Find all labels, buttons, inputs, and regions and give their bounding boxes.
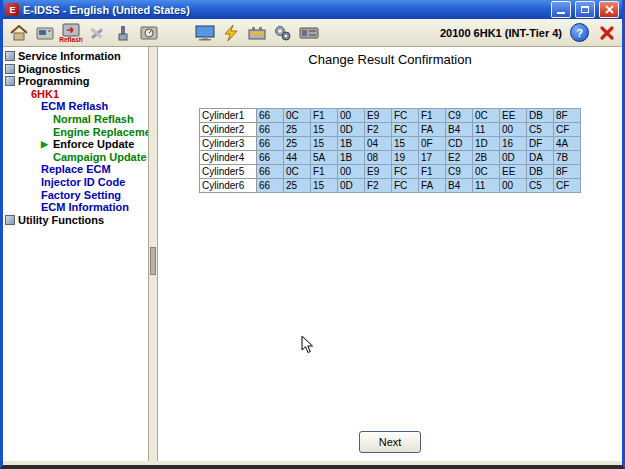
hex-value-cell: 66 bbox=[257, 151, 284, 165]
hex-value-cell: 44 bbox=[284, 151, 311, 165]
sidebar-item-label: Utility Functions bbox=[18, 214, 104, 227]
sidebar-item-label: Programming bbox=[18, 75, 90, 88]
hex-value-cell: 00 bbox=[500, 179, 527, 193]
hex-value-cell: 8F bbox=[554, 109, 581, 123]
home-icon[interactable] bbox=[8, 21, 30, 45]
sidebar-item-replace-ecm[interactable]: Replace ECM bbox=[3, 163, 148, 176]
hex-value-cell: 00 bbox=[500, 123, 527, 137]
hex-value-cell: 11 bbox=[473, 123, 500, 137]
app-window: E E-IDSS - English (United States) Refla… bbox=[0, 0, 625, 469]
hex-value-cell: 0C bbox=[284, 109, 311, 123]
hex-value-cell: C9 bbox=[446, 109, 473, 123]
close-button[interactable] bbox=[599, 1, 619, 18]
table-row: Cylinder1660CF100E9FCF1C90CEEDB8F bbox=[200, 109, 581, 123]
cylinder-label: Cylinder4 bbox=[200, 151, 257, 165]
reflash-icon[interactable]: Reflash bbox=[60, 21, 82, 45]
hex-value-cell: 1D bbox=[473, 137, 500, 151]
settings-gears-icon[interactable] bbox=[272, 21, 294, 45]
sidebar-item-engine-replacement[interactable]: Engine Replacement bbox=[3, 126, 148, 139]
hex-value-cell: 0D bbox=[338, 179, 365, 193]
hex-value-cell: 11 bbox=[473, 179, 500, 193]
cylinder-label: Cylinder3 bbox=[200, 137, 257, 151]
sidebar-item-normal-reflash[interactable]: Normal Reflash bbox=[3, 113, 148, 126]
sidebar-item-label: Service Information bbox=[18, 50, 121, 63]
hex-value-cell: DB bbox=[527, 109, 554, 123]
help-button[interactable]: ? bbox=[570, 23, 589, 42]
hex-value-cell: 16 bbox=[500, 137, 527, 151]
sidebar-splitter[interactable] bbox=[148, 47, 158, 461]
sidebar-item-ecm-reflash[interactable]: ECM Reflash bbox=[3, 100, 148, 113]
sidebar-tree: Service InformationDiagnosticsProgrammin… bbox=[3, 50, 148, 226]
hex-value-cell: 0C bbox=[473, 165, 500, 179]
probe-icon[interactable] bbox=[112, 21, 134, 45]
sidebar-item-label: Replace ECM bbox=[41, 163, 111, 176]
hex-value-cell: F1 bbox=[419, 165, 446, 179]
hex-value-cell: FC bbox=[392, 165, 419, 179]
hex-value-cell: 1B bbox=[338, 137, 365, 151]
sidebar-item-injector-id-code[interactable]: Injector ID Code bbox=[3, 176, 148, 189]
sidebar-item-ecm-information[interactable]: ECM Information bbox=[3, 201, 148, 214]
tools-icon[interactable] bbox=[86, 21, 108, 45]
hex-value-cell: 4A bbox=[554, 137, 581, 151]
hex-value-cell: CF bbox=[554, 123, 581, 137]
sidebar-item-utility-functions[interactable]: Utility Functions bbox=[3, 214, 148, 227]
hex-value-cell: 17 bbox=[419, 151, 446, 165]
next-button[interactable]: Next bbox=[359, 431, 421, 453]
hex-value-cell: F1 bbox=[419, 109, 446, 123]
hex-value-cell: 0D bbox=[338, 123, 365, 137]
hex-value-cell: DB bbox=[527, 165, 554, 179]
hex-value-cell: C5 bbox=[527, 179, 554, 193]
cylinder-label: Cylinder1 bbox=[200, 109, 257, 123]
hex-value-cell: E9 bbox=[365, 165, 392, 179]
flash-programming-icon[interactable] bbox=[220, 21, 242, 45]
hex-value-cell: 25 bbox=[284, 123, 311, 137]
result-table-body: Cylinder1660CF100E9FCF1C90CEEDB8FCylinde… bbox=[200, 109, 581, 193]
sidebar-item-programming[interactable]: Programming bbox=[3, 75, 148, 88]
hex-value-cell: CF bbox=[554, 179, 581, 193]
toolbar: Reflash 20100 6HK1 (INT-Tier 4) ? bbox=[3, 19, 622, 47]
sidebar-item-campaign-update[interactable]: Campaign Update bbox=[3, 151, 148, 164]
diagnostics-icon bbox=[5, 64, 15, 74]
sidebar-item-diagnostics[interactable]: Diagnostics bbox=[3, 63, 148, 76]
maximize-button[interactable] bbox=[575, 1, 595, 18]
hex-value-cell: DA bbox=[527, 151, 554, 165]
battery-icon[interactable] bbox=[246, 21, 268, 45]
hex-value-cell: FC bbox=[392, 179, 419, 193]
monitor-icon[interactable] bbox=[194, 21, 216, 45]
meter-icon[interactable] bbox=[138, 21, 160, 45]
hex-value-cell: 25 bbox=[284, 179, 311, 193]
sidebar-item-label: Injector ID Code bbox=[41, 176, 125, 189]
page-title: Change Result Confirmation bbox=[158, 52, 622, 67]
hex-value-cell: E9 bbox=[365, 109, 392, 123]
hex-value-cell: E2 bbox=[446, 151, 473, 165]
exit-button[interactable] bbox=[597, 24, 617, 42]
hex-value-cell: F2 bbox=[365, 123, 392, 137]
exit-x-icon bbox=[599, 25, 615, 41]
hex-value-cell: EE bbox=[500, 165, 527, 179]
sidebar-item-label: 6HK1 bbox=[31, 88, 59, 101]
main-content: Change Result Confirmation Cylinder1660C… bbox=[158, 47, 622, 461]
hex-value-cell: B4 bbox=[446, 123, 473, 137]
hex-value-cell: B4 bbox=[446, 179, 473, 193]
hex-value-cell: 66 bbox=[257, 123, 284, 137]
hex-value-cell: 15 bbox=[392, 137, 419, 151]
table-row: Cylinder5660CF100E9FCF1C90CEEDB8F bbox=[200, 165, 581, 179]
hex-value-cell: 25 bbox=[284, 137, 311, 151]
hex-value-cell: 1B bbox=[338, 151, 365, 165]
hex-value-cell: FA bbox=[419, 179, 446, 193]
sidebar-item-enforce-update[interactable]: ▶Enforce Update bbox=[3, 138, 148, 151]
minimize-button[interactable] bbox=[551, 1, 571, 18]
cylinder-label: Cylinder5 bbox=[200, 165, 257, 179]
sidebar-item-factory-setting[interactable]: Factory Setting bbox=[3, 189, 148, 202]
hex-value-cell: 0D bbox=[500, 151, 527, 165]
hex-value-cell: F1 bbox=[311, 165, 338, 179]
hex-value-cell: 66 bbox=[257, 179, 284, 193]
vehicle-info-icon[interactable] bbox=[34, 21, 56, 45]
ecu-icon[interactable] bbox=[298, 21, 320, 45]
programming-icon bbox=[5, 76, 15, 86]
maximize-icon bbox=[581, 6, 589, 13]
splitter-handle[interactable] bbox=[150, 247, 156, 275]
sidebar-item-label: Campaign Update bbox=[53, 151, 147, 164]
sidebar-item-service-information[interactable]: Service Information bbox=[3, 50, 148, 63]
sidebar-item-6hk1[interactable]: 6HK1 bbox=[3, 88, 148, 101]
